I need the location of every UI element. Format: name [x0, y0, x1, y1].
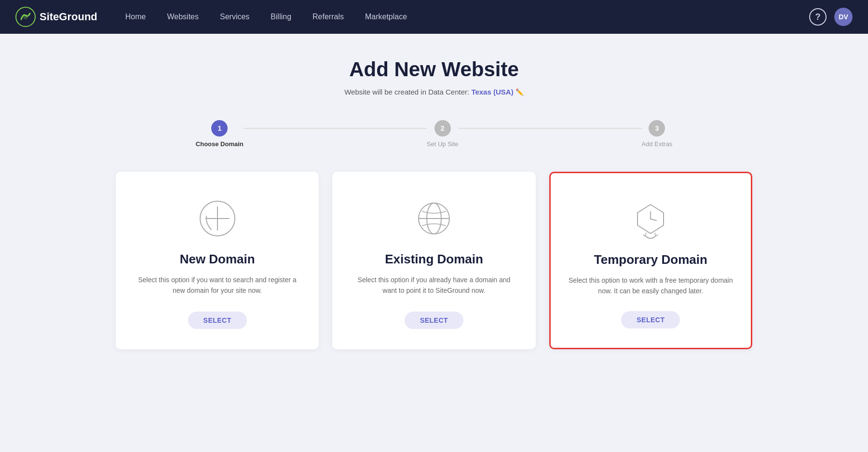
- temporary-domain-icon: [629, 197, 672, 241]
- step-1-label: Choose Domain: [196, 140, 244, 148]
- nav-billing[interactable]: Billing: [262, 9, 300, 25]
- nav-marketplace[interactable]: Marketplace: [356, 9, 416, 25]
- existing-domain-card[interactable]: Existing Domain Select this option if yo…: [332, 172, 535, 349]
- new-domain-select-button[interactable]: SELECT: [188, 312, 247, 329]
- step-2-label: Set Up Site: [427, 140, 459, 148]
- page-title: Add New Website: [116, 58, 752, 81]
- page-subtitle: Website will be created in Data Center: …: [116, 88, 752, 96]
- step-2: 2 Set Up Site: [427, 120, 459, 148]
- step-3-circle: 3: [649, 120, 665, 137]
- data-center-link[interactable]: Texas (USA): [471, 88, 513, 96]
- new-domain-desc: Select this option if you want to search…: [134, 274, 300, 297]
- existing-domain-desc: Select this option if you already have a…: [351, 274, 517, 297]
- nav-right: ? DV: [809, 8, 853, 26]
- nav-websites[interactable]: Websites: [158, 9, 207, 25]
- temporary-domain-card[interactable]: Temporary Domain Select this option to w…: [549, 172, 752, 349]
- new-domain-icon: [196, 197, 239, 240]
- existing-domain-title: Existing Domain: [385, 252, 483, 267]
- step-line-2: [459, 128, 642, 129]
- edit-icon[interactable]: ✏️: [515, 88, 524, 96]
- svg-line-10: [651, 219, 656, 220]
- step-1-circle: 1: [211, 120, 228, 137]
- navbar: SiteGround Home Websites Services Billin…: [0, 0, 868, 34]
- step-3-label: Add Extras: [642, 140, 673, 148]
- step-1: 1 Choose Domain: [196, 120, 244, 148]
- help-button[interactable]: ?: [809, 8, 827, 26]
- temporary-domain-desc: Select this option to work with a free t…: [568, 275, 733, 297]
- temporary-domain-title: Temporary Domain: [594, 252, 707, 267]
- new-domain-card[interactable]: New Domain Select this option if you wan…: [116, 172, 319, 349]
- nav-referrals[interactable]: Referrals: [304, 9, 353, 25]
- nav-home[interactable]: Home: [117, 9, 155, 25]
- temporary-domain-select-button[interactable]: SELECT: [621, 311, 680, 329]
- stepper: 1 Choose Domain 2 Set Up Site 3 Add Extr…: [116, 120, 752, 148]
- svg-point-1: [23, 14, 28, 19]
- nav-services[interactable]: Services: [211, 9, 258, 25]
- logo-text: SiteGround: [40, 11, 97, 23]
- step-line-1: [244, 128, 427, 129]
- nav-links: Home Websites Services Billing Referrals…: [117, 9, 809, 25]
- logo[interactable]: SiteGround: [15, 7, 97, 27]
- step-2-circle: 2: [434, 120, 451, 137]
- avatar[interactable]: DV: [834, 8, 853, 26]
- domain-cards: New Domain Select this option if you wan…: [116, 172, 752, 349]
- step-3: 3 Add Extras: [642, 120, 673, 148]
- main-content: Add New Website Website will be created …: [96, 34, 772, 373]
- existing-domain-select-button[interactable]: SELECT: [405, 312, 463, 329]
- new-domain-title: New Domain: [180, 252, 255, 267]
- existing-domain-icon: [412, 197, 456, 240]
